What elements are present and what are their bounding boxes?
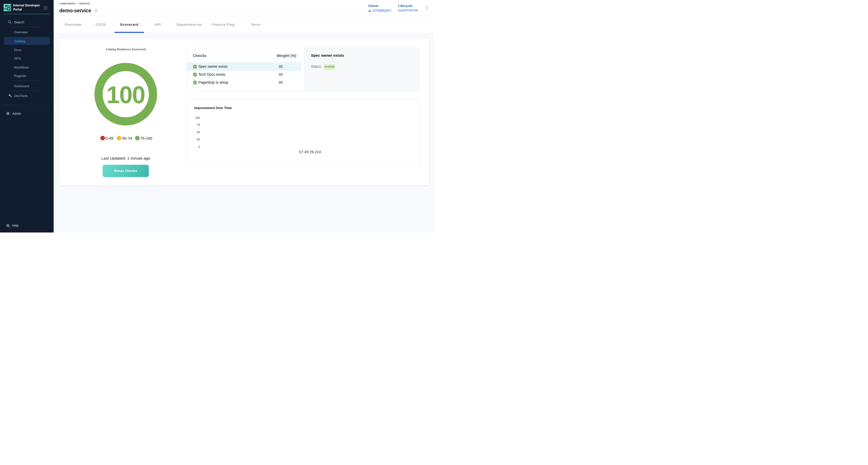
svg-text:?: ? (7, 224, 8, 226)
